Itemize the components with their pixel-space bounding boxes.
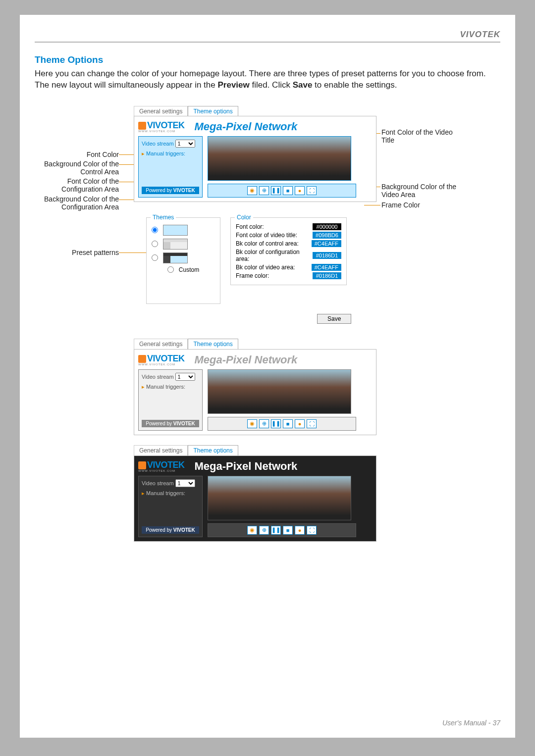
color-box: Color Font color:#000000 Font color of v… — [230, 217, 347, 285]
theme-option-custom[interactable]: Custom — [152, 266, 215, 273]
vivotek-logo: VIVOTEK — [138, 120, 185, 131]
video-preview — [208, 136, 351, 181]
control-sidebar: Video stream 1 ▸ Manual triggers: Powere… — [138, 136, 203, 198]
video-stream-select-2[interactable]: 1 — [175, 373, 195, 381]
color-row-video: Bk color of video area:#C4EAFF — [236, 264, 341, 271]
callout-preset: Preset patterns — [40, 249, 119, 256]
figure-2: General settings Theme options VIVOTEK W… — [134, 339, 381, 435]
record-icon[interactable]: ● — [295, 419, 305, 428]
intro-text: Here you can change the color of your ho… — [35, 68, 500, 91]
theme-radio-custom[interactable] — [167, 266, 174, 273]
callout-bg-config: Background Color of the Configuration Ar… — [40, 195, 119, 211]
logo-block: VIVOTEK WWW.VIVOTEK.COM — [138, 120, 185, 133]
theme-radio-2[interactable] — [152, 241, 158, 247]
preview-area-3: Video stream1 ▸ Manual triggers: Powered… — [138, 476, 372, 537]
figure-3: General settings Theme options VIVOTEK W… — [134, 445, 381, 542]
powered-by-2: Powered by VIVOTEK — [142, 420, 199, 427]
theme-radio-1[interactable] — [152, 227, 158, 233]
preview-panel-2: VIVOTEK WWW.VIVOTEK.COM Mega-Pixel Netwo… — [134, 349, 376, 435]
video-column-3: ◉ ⊕ ❚❚ ■ ● ⛶ — [208, 476, 356, 537]
video-preview-2 — [208, 369, 351, 414]
swatch-gray — [163, 239, 188, 250]
intro-e: to enable the settings. — [312, 80, 397, 90]
video-title-2: Mega-Pixel Network — [195, 353, 298, 366]
preview-header-3: VIVOTEK WWW.VIVOTEK.COM Mega-Pixel Netwo… — [138, 460, 372, 473]
vivotek-logo-2: VIVOTEK — [138, 353, 185, 364]
preview-header-2: VIVOTEK WWW.VIVOTEK.COM Mega-Pixel Netwo… — [138, 353, 372, 366]
logo-block-3: VIVOTEK WWW.VIVOTEK.COM — [138, 460, 185, 472]
pause-icon[interactable]: ❚❚ — [271, 186, 281, 195]
color-row-frame: Frame color:#0186D1 — [236, 272, 341, 279]
theme-option-3[interactable] — [152, 252, 215, 263]
video-column-2: ◉ ⊕ ❚❚ ■ ● ⛶ — [208, 369, 356, 431]
zoom-icon[interactable]: ⊕ — [259, 526, 269, 535]
video-stream-label: Video stream — [142, 141, 174, 147]
page: VIVOTEK Theme Options Here you can chang… — [20, 15, 515, 738]
theme-option-1[interactable] — [152, 225, 215, 236]
tab-general-2[interactable]: General settings — [134, 339, 188, 349]
logo-block-2: VIVOTEK WWW.VIVOTEK.COM — [138, 353, 185, 366]
swatch-dark — [163, 252, 188, 263]
video-title: Mega-Pixel Network — [195, 120, 298, 133]
callout-font-color: Font Color — [40, 151, 119, 158]
zoom-icon[interactable]: ⊕ — [259, 419, 269, 428]
figure-1: Font Color Background Color of the Contr… — [35, 101, 500, 329]
video-stream-row: Video stream 1 — [142, 140, 199, 148]
tab-theme-3[interactable]: Theme options — [188, 445, 238, 455]
snapshot-icon[interactable]: ◉ — [247, 419, 257, 428]
custom-label: Custom — [179, 266, 199, 273]
preview-panel: VIVOTEK WWW.VIVOTEK.COM Mega-Pixel Netwo… — [134, 116, 376, 202]
fullscreen-icon[interactable]: ⛶ — [307, 526, 317, 535]
record-icon[interactable]: ● — [295, 186, 305, 195]
tab-general-3[interactable]: General settings — [134, 445, 188, 455]
snapshot-icon[interactable]: ◉ — [247, 186, 257, 195]
video-controls-3: ◉ ⊕ ❚❚ ■ ● ⛶ — [208, 523, 356, 537]
color-row-font: Font color:#000000 — [236, 223, 341, 230]
intro-c: filed. Click — [250, 80, 293, 90]
video-column: ◉ ⊕ ❚❚ ■ ● ⛶ — [208, 136, 356, 198]
tabs-2: General settings Theme options — [134, 339, 381, 349]
tabs: General settings Theme options — [134, 106, 238, 116]
callout-bg-control: Background Color of the Control Area — [40, 160, 119, 176]
color-row-control: Bk color of control area:#C4EAFF — [236, 240, 341, 247]
manual-triggers-label: ▸ Manual triggers: — [142, 151, 199, 157]
video-stream-select[interactable]: 1 — [175, 140, 195, 148]
zoom-icon[interactable]: ⊕ — [259, 186, 269, 195]
fullscreen-icon[interactable]: ⛶ — [307, 419, 317, 428]
preview-panel-3: VIVOTEK WWW.VIVOTEK.COM Mega-Pixel Netwo… — [134, 455, 376, 542]
theme-radio-3[interactable] — [152, 254, 158, 261]
callout-fc-config: Font Color of the Configuration Area — [40, 177, 119, 193]
color-legend: Color — [235, 214, 253, 221]
section-title: Theme Options — [35, 54, 500, 65]
video-title-3: Mega-Pixel Network — [195, 460, 298, 473]
fullscreen-icon[interactable]: ⛶ — [307, 186, 317, 195]
callout-fc-title: Font Color of the Video Title — [381, 128, 461, 144]
powered-by-3: Powered by VIVOTEK — [142, 526, 199, 534]
stop-icon[interactable]: ■ — [283, 186, 293, 195]
save-button[interactable]: Save — [317, 314, 351, 324]
tab-general[interactable]: General settings — [134, 106, 188, 116]
page-footer: User's Manual - 37 — [442, 719, 500, 727]
stop-icon[interactable]: ■ — [283, 419, 293, 428]
intro-d: Save — [293, 80, 313, 90]
themes-legend: Themes — [151, 214, 176, 221]
stop-icon[interactable]: ■ — [283, 526, 293, 535]
theme-option-2[interactable] — [152, 239, 215, 250]
snapshot-icon[interactable]: ◉ — [247, 526, 257, 535]
powered-by: Powered by VIVOTEK — [142, 187, 199, 194]
swatch-blue — [163, 225, 188, 236]
video-stream-select-3[interactable]: 1 — [175, 479, 195, 487]
tab-theme-2[interactable]: Theme options — [188, 339, 238, 349]
preview-header: VIVOTEK WWW.VIVOTEK.COM Mega-Pixel Netwo… — [138, 120, 372, 133]
tab-theme[interactable]: Theme options — [188, 106, 238, 116]
video-controls-2: ◉ ⊕ ❚❚ ■ ● ⛶ — [208, 417, 356, 431]
vivotek-logo-3: VIVOTEK — [138, 460, 185, 470]
pause-icon[interactable]: ❚❚ — [271, 419, 281, 428]
tabs-3: General settings Theme options — [134, 445, 381, 455]
color-row-title: Font color of video title:#098BD6 — [236, 232, 341, 239]
video-preview-3 — [208, 476, 351, 520]
pause-icon[interactable]: ❚❚ — [271, 526, 281, 535]
record-icon[interactable]: ● — [295, 526, 305, 535]
callout-bg-video: Background Color of the Video Area — [381, 183, 466, 199]
intro-b: Preview — [217, 80, 249, 90]
